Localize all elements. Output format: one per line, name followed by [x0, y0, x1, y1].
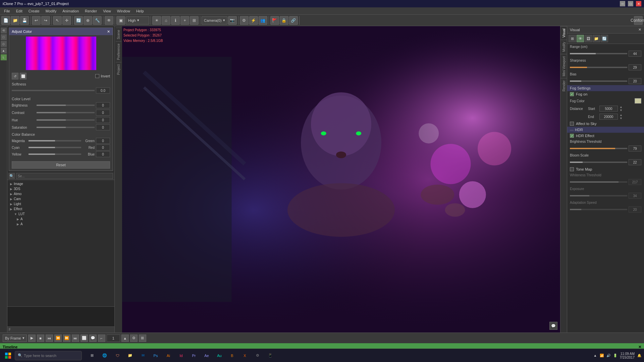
sharpness-slider[interactable] — [570, 67, 627, 68]
taskbar-app-illustrator[interactable]: Ai — [162, 350, 174, 362]
taskbar-app-outlook[interactable]: ✉ — [137, 350, 149, 362]
brightness-slider[interactable] — [37, 105, 95, 106]
menu-file[interactable]: File — [1, 8, 13, 14]
hue-value[interactable]: 0 — [96, 117, 110, 123]
start-value[interactable]: 5000 — [599, 106, 618, 112]
camera-dropdown[interactable]: Camera(0) ▾ — [202, 16, 227, 24]
scene-tab[interactable]: Scene — [116, 27, 121, 41]
whiteness-value[interactable]: 217 — [629, 179, 641, 185]
menu-view[interactable]: View — [100, 8, 114, 14]
softness-slider[interactable] — [12, 90, 95, 91]
asset-item-effect[interactable]: ▶ Effect — [9, 206, 113, 212]
taskbar-app-tools[interactable]: ⚙ — [252, 350, 264, 362]
saturation-slider[interactable] — [37, 127, 95, 128]
magenta-slider[interactable] — [29, 140, 81, 141]
exposure-slider[interactable] — [570, 195, 627, 196]
open-button[interactable]: 📁 — [11, 16, 19, 25]
brightness-threshold-value[interactable]: 79 — [629, 145, 641, 152]
bookmark-button[interactable]: ⌐ — [98, 335, 105, 342]
project-tab[interactable]: Project — [116, 62, 121, 77]
undo-button[interactable]: ↩ — [32, 16, 41, 25]
eye-button[interactable]: 👁 — [105, 16, 113, 25]
yellow-slider[interactable] — [29, 154, 81, 155]
taskbar-app-avast[interactable]: 🛡 — [111, 350, 123, 362]
tone-map-checkbox[interactable] — [570, 167, 574, 171]
crowd-button[interactable]: 👥 — [259, 16, 267, 25]
menu-render[interactable]: Render — [82, 8, 100, 14]
conform-button[interactable]: Conform — [634, 16, 643, 25]
start-spinner[interactable]: ▲▼ — [620, 105, 623, 112]
bloom-scale-value[interactable]: 22 — [629, 159, 641, 165]
select-button[interactable]: ↖ — [53, 16, 62, 25]
stop-button[interactable]: ■ — [37, 335, 44, 342]
target-button[interactable]: ⊕ — [84, 16, 92, 25]
rp-icon-folder[interactable]: 📁 — [593, 35, 600, 42]
sharpness-value[interactable]: 29 — [629, 64, 641, 70]
physics-button[interactable]: ⚡ — [249, 16, 258, 25]
quality-dropdown[interactable]: High ▾ — [126, 16, 149, 24]
info-button[interactable]: ℹ — [171, 16, 180, 25]
asset-item-atmo[interactable]: ▶ Atmo — [9, 191, 113, 196]
play-button[interactable]: ▶ — [28, 335, 36, 342]
menu-help[interactable]: Help — [133, 8, 147, 14]
adaptation-value[interactable]: 20 — [629, 206, 641, 213]
taskbar-search[interactable]: 🔍 Type here to search — [15, 351, 82, 360]
rewind-button[interactable]: ⏪ — [54, 335, 62, 342]
taskbar-app-files[interactable]: 📁 — [124, 350, 136, 362]
note-button[interactable]: 💬 — [549, 322, 557, 330]
settings-button[interactable]: ⚙ — [130, 335, 138, 342]
record-button[interactable]: ⬜ — [80, 335, 88, 342]
rp-icon-grid[interactable]: ⊞ — [569, 35, 576, 42]
brightness-value[interactable]: 0 — [96, 102, 110, 108]
menu-edit[interactable]: Edit — [13, 8, 25, 14]
sun-button[interactable]: ☀ — [152, 16, 161, 25]
new-button[interactable]: 📄 — [1, 16, 10, 25]
cyan-slider[interactable] — [29, 147, 81, 148]
exposure-value[interactable]: 34 — [629, 193, 641, 199]
flag-button[interactable]: 🚩 — [270, 16, 279, 25]
camera-button[interactable]: 📷 — [228, 16, 237, 25]
range-slider[interactable] — [570, 53, 627, 54]
taskbar-app-aftereffects[interactable]: Ae — [201, 350, 213, 362]
asset-item-lut[interactable]: ▼ LUT — [9, 212, 113, 217]
close-button[interactable]: ✕ — [636, 1, 641, 6]
plus-button[interactable]: + — [180, 16, 189, 25]
prev-button[interactable]: ⏮ — [46, 335, 53, 342]
copy-color-button[interactable]: ⬜ — [20, 73, 26, 79]
by-frame-dropdown[interactable]: By Frame ▾ — [3, 335, 27, 342]
bloom-scale-slider[interactable] — [570, 162, 627, 163]
range-value[interactable]: 44 — [629, 51, 641, 57]
softness-value[interactable]: 0.0 — [96, 87, 110, 94]
yb-value[interactable]: 0 — [96, 151, 110, 157]
tools-button[interactable]: 🔧 — [93, 16, 102, 25]
modify-tab[interactable]: Modify — [560, 40, 567, 54]
asset-item-cam[interactable]: ▶ Cam — [9, 196, 113, 201]
rp-icon-image[interactable]: 🖼 — [585, 35, 592, 42]
hue-slider[interactable] — [37, 119, 95, 121]
start-button[interactable] — [3, 350, 13, 361]
maximize-button[interactable]: □ — [628, 1, 633, 6]
menu-modify[interactable]: Modify — [43, 8, 59, 14]
taskbar-app-phone[interactable]: 📱 — [264, 350, 276, 362]
sidebar-icon-4[interactable]: ▲ — [1, 48, 7, 54]
end-value[interactable]: 20000 — [599, 114, 618, 120]
reset-button[interactable]: Reset — [12, 161, 110, 169]
redo-button[interactable]: ↪ — [41, 16, 50, 25]
spinup-button[interactable]: ▲ — [121, 335, 129, 342]
move-button[interactable]: ✛ — [62, 16, 71, 25]
contrast-slider[interactable] — [37, 112, 95, 113]
chat-button[interactable]: 💬 — [89, 335, 97, 342]
frame-input[interactable]: 1 — [107, 335, 120, 342]
saturation-value[interactable]: 0 — [96, 124, 110, 130]
asset-search-icon[interactable]: 🔍 — [9, 173, 15, 179]
link-button[interactable]: 🔗 — [289, 16, 298, 25]
contrast-value[interactable]: 0 — [96, 110, 110, 116]
adaptation-slider[interactable] — [570, 209, 627, 210]
menu-create[interactable]: Create — [26, 8, 42, 14]
asset-item-light[interactable]: ▶ Light — [9, 201, 113, 206]
bias-slider[interactable] — [570, 80, 627, 82]
render-tab[interactable]: Render — [560, 78, 567, 94]
taskbar-app-blender[interactable]: B — [226, 350, 238, 362]
bias-value[interactable]: 20 — [629, 78, 641, 84]
network-icon[interactable]: 📶 — [600, 354, 604, 357]
